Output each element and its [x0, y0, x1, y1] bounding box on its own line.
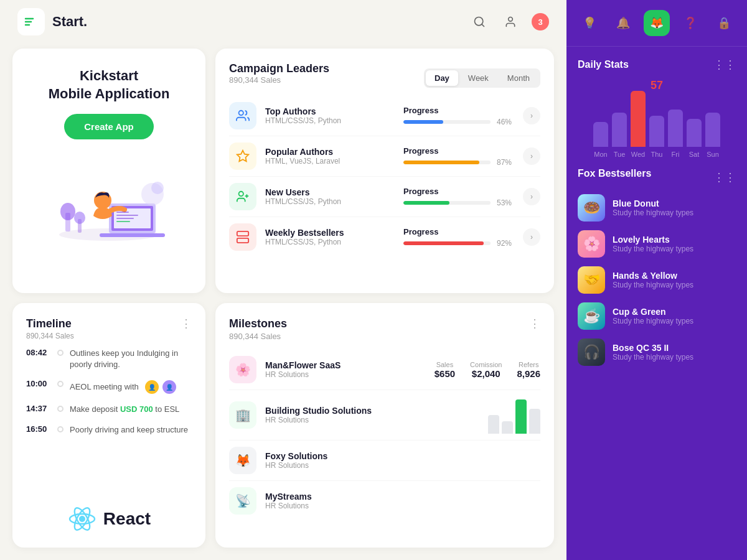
svg-rect-18 — [116, 218, 134, 219]
daily-stats-section: Daily Stats ⋮⋮ 57 Mon Tue Wed — [578, 58, 736, 158]
svg-point-8 — [60, 203, 75, 220]
top-authors-bar — [403, 120, 491, 124]
top-authors-tech: HTML/CSS/JS, Python — [265, 116, 403, 125]
timeline-item-1: 08:42 Outlines keep you Indulging in poo… — [26, 348, 192, 370]
fox-item-hands-yellow: 🤝 Hands & Yellow Study the highway types — [578, 266, 736, 294]
svg-rect-28 — [237, 238, 248, 243]
bar-fri — [668, 110, 683, 147]
bar-sun — [705, 113, 720, 147]
fox-bestsellers-title: Fox Bestsellers — [578, 168, 651, 179]
campaign-row-new-users: New Users HTML/CSS/JS, Python Progress 5… — [229, 177, 540, 217]
campaign-header: Campaign Leaders 890,344 Sales Day Week … — [229, 62, 540, 93]
campaign-tabs: Day Week Month — [424, 68, 540, 88]
timeline-more-button[interactable]: ⋮ — [181, 317, 192, 330]
tab-week[interactable]: Week — [459, 70, 497, 86]
campaign-row-popular-authors: Popular Authors HTML, VueJS, Laravel Pro… — [229, 136, 540, 177]
bose-qc35-img: 🎧 — [578, 338, 605, 366]
popular-authors-name: Popular Authors — [265, 147, 403, 157]
chart-peak-value: 57 — [651, 79, 663, 92]
svg-point-22 — [239, 111, 243, 115]
new-users-chevron[interactable]: › — [523, 188, 540, 205]
building-studio-chart — [488, 396, 540, 434]
bar-tue — [612, 113, 627, 147]
bar-mon — [593, 122, 608, 147]
react-label: React — [103, 509, 151, 529]
milestones-subtitle: 890,344 Sales — [229, 332, 540, 341]
campaign-leaders-card: Campaign Leaders 890,344 Sales Day Week … — [215, 49, 554, 293]
bar-thu — [649, 116, 664, 147]
manflower-icon: 🌸 — [229, 356, 256, 383]
search-icon[interactable] — [469, 12, 489, 32]
cup-green-img: ☕ — [578, 302, 605, 330]
top-authors-progress: Progress 46% — [403, 106, 515, 126]
user-icon[interactable] — [500, 12, 520, 32]
weekly-bestsellers-icon — [229, 223, 256, 251]
content-grid: Kickstart Mobile Application Create App — [0, 44, 566, 560]
bar-wed — [631, 91, 646, 147]
top-authors-name: Top Authors — [265, 106, 403, 116]
timeline-subtitle: 890,344 Sales — [26, 332, 192, 340]
new-users-tech: HTML/CSS/JS, Python — [265, 197, 403, 206]
svg-point-29 — [79, 516, 85, 522]
sidebar-nav-bell[interactable]: 🔔 — [610, 10, 636, 36]
avatar-1: 👤 — [144, 379, 160, 395]
building-studio-icon: 🏢 — [229, 401, 256, 429]
logo-icon — [17, 8, 45, 35]
top-authors-chevron[interactable]: › — [523, 107, 540, 124]
sidebar-nav-lightbulb[interactable]: 💡 — [576, 10, 603, 36]
new-users-name: New Users — [265, 187, 403, 197]
milestone-row-mystreams: 📡 MyStreams HR Solutions — [229, 481, 540, 521]
timeline-item-3: 14:37 Make deposit USD 700 to ESL — [26, 404, 192, 415]
top-authors-info: Top Authors HTML/CSS/JS, Python — [265, 106, 403, 125]
milestone-row-manflower: 🌸 Man&Flower SaaS HR Solutions Sales $65… — [229, 350, 540, 390]
svg-rect-17 — [116, 215, 138, 216]
notification-badge[interactable]: 3 — [532, 13, 549, 30]
react-icon — [67, 504, 97, 534]
svg-rect-16 — [116, 212, 129, 213]
mystreams-icon: 📡 — [229, 487, 256, 515]
weekly-bestsellers-name: Weekly Bestsellers — [265, 228, 403, 238]
blue-donut-img: 🍩 — [578, 194, 605, 222]
hands-yellow-img: 🤝 — [578, 266, 605, 294]
svg-rect-14 — [100, 233, 165, 237]
daily-stats-more-button[interactable]: ⋮⋮ — [713, 58, 736, 72]
svg-point-21 — [151, 182, 164, 194]
sidebar-nav-help[interactable]: ❓ — [677, 10, 703, 36]
timeline-title: Timeline — [26, 317, 72, 330]
sidebar-nav-lock[interactable]: 🔒 — [711, 10, 737, 36]
foxy-icon: 🦊 — [229, 447, 256, 474]
fox-item-bose-qc35: 🎧 Bose QC 35 II Study the highway types — [578, 338, 736, 366]
logo-text: Start. — [52, 14, 87, 30]
milestones-title: Milestones — [229, 317, 287, 330]
sidebar-content: Daily Stats ⋮⋮ 57 Mon Tue Wed — [566, 47, 747, 560]
kickstart-card: Kickstart Mobile Application Create App — [12, 49, 205, 293]
tab-month[interactable]: Month — [499, 70, 538, 86]
milestones-more-button[interactable]: ⋮ — [529, 317, 540, 330]
sidebar-nav-fox[interactable]: 🦊 — [644, 10, 670, 36]
weekly-bestsellers-chevron[interactable]: › — [523, 228, 540, 246]
popular-authors-tech: HTML, VueJS, Laravel — [265, 157, 403, 166]
daily-stats-chart: 57 Mon Tue Wed — [578, 79, 736, 158]
weekly-bestsellers-tech: HTML/CSS/JS, Python — [265, 238, 403, 246]
header: Start. 3 — [0, 0, 566, 44]
campaign-row-weekly-bestsellers: Weekly Bestsellers HTML/CSS/JS, Python P… — [229, 217, 540, 257]
svg-marker-23 — [237, 151, 248, 161]
fox-bestsellers-more-button[interactable]: ⋮⋮ — [713, 170, 736, 184]
new-users-icon — [229, 183, 256, 210]
fox-item-lovely-hearts: 🌸 Lovely Hearts Study the highway types — [578, 230, 736, 258]
sidebar-nav: 💡 🔔 🦊 ❓ 🔒 — [566, 0, 747, 47]
milestone-row-building-studio: 🏢 Building Studio Solutions HR Solutions — [229, 390, 540, 441]
create-app-button[interactable]: Create App — [64, 114, 153, 139]
chart-bars: Mon Tue Wed Thu — [593, 96, 720, 158]
popular-authors-icon — [229, 142, 256, 170]
fox-bestsellers-section: Fox Bestsellers ⋮⋮ 🍩 Blue Donut Study th… — [578, 168, 736, 366]
milestones-card: Milestones ⋮ 890,344 Sales 🌸 Man&Flower … — [215, 303, 554, 548]
campaign-row-top-authors: Top Authors HTML/CSS/JS, Python Progress… — [229, 96, 540, 136]
svg-rect-27 — [237, 231, 248, 236]
tab-day[interactable]: Day — [426, 70, 458, 86]
popular-authors-chevron[interactable]: › — [523, 147, 540, 165]
react-logo-section: React — [26, 497, 192, 534]
timeline-item-4: 16:50 Poorly driving and keep structure — [26, 424, 192, 436]
svg-rect-19 — [116, 221, 130, 222]
campaign-title-group: Campaign Leaders 890,344 Sales — [229, 62, 329, 93]
